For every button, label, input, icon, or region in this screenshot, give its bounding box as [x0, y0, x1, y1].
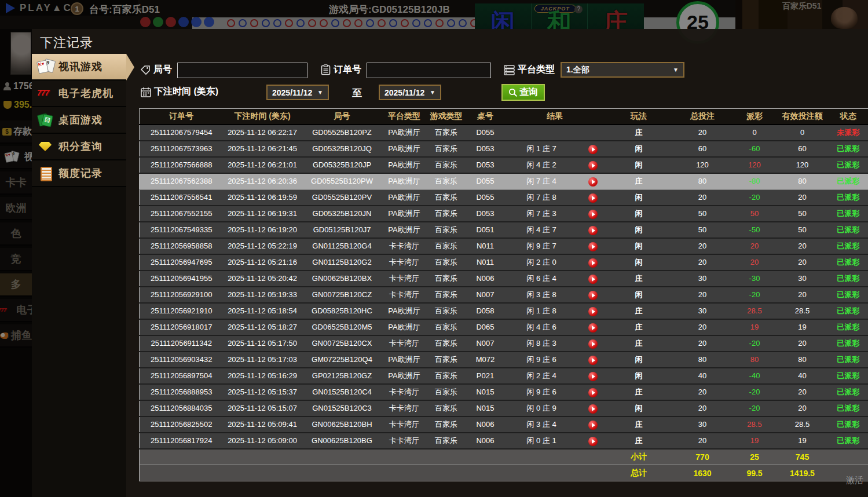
play-video-button[interactable] — [588, 388, 598, 397]
game-type-cell: 百家乐 — [426, 254, 467, 271]
play-video-button[interactable] — [588, 177, 598, 187]
play-video-button[interactable] — [588, 372, 598, 381]
table-no-cell: D055 — [467, 125, 504, 141]
status-cell: 已派彩 — [829, 238, 868, 254]
play-video-button[interactable] — [588, 210, 598, 219]
round-cell: GD05825B120HC — [302, 303, 383, 319]
round-cell: GD05325B120JQ — [302, 141, 383, 157]
table-no-cell: N006 — [467, 433, 504, 449]
play-video-button[interactable] — [588, 339, 598, 349]
table-row[interactable]: 2511120569419552025-11-12 05:20:42GN0062… — [140, 271, 868, 287]
table-row[interactable]: 2511120569113422025-11-12 05:17:50GN0072… — [140, 335, 868, 352]
order-filter-label: 订单号 — [321, 64, 361, 76]
play-video-button[interactable] — [588, 226, 598, 235]
table-row[interactable]: 2511120569180172025-11-12 05:18:27GD0652… — [140, 319, 868, 335]
menu-item-table-games[interactable]: 桌面游戏 — [32, 107, 126, 134]
platform-cell: 卡卡湾厅 — [383, 271, 426, 287]
date-to-select[interactable]: 2025/11/12 ▼ — [379, 85, 441, 100]
play-video-button[interactable] — [588, 437, 598, 446]
table-row[interactable]: 2511120675521552025-11-12 06:19:31GD0532… — [140, 206, 868, 222]
time-cell: 2025-11-12 05:17:50 — [224, 335, 302, 352]
table-row[interactable]: 2511120675623882025-11-12 06:20:36GD0552… — [140, 173, 868, 189]
table-row[interactable]: 2511120569291002025-11-12 05:19:33GN0072… — [140, 287, 868, 303]
payout-cell: 20 — [733, 254, 777, 271]
play-video-button[interactable] — [588, 161, 598, 170]
time-cell: 2025-11-12 06:20:36 — [224, 173, 302, 189]
column-header: 有效投注额 — [777, 109, 829, 125]
totals-status-spacer — [829, 449, 868, 465]
table-row[interactable]: 2511120675565412025-11-12 06:19:59GD0552… — [140, 189, 868, 206]
play-video-button[interactable] — [588, 193, 598, 203]
table-no-cell: N015 — [467, 384, 504, 400]
valid-bet-cell: 0 — [777, 125, 829, 141]
table-no-cell: D055 — [467, 173, 504, 189]
play-type-cell: 闲 — [606, 141, 672, 157]
play-video-button[interactable] — [588, 404, 598, 414]
round-cell: GP02125B120GZ — [302, 368, 383, 384]
play-type-cell: 庄 — [606, 335, 672, 352]
status-cell: 已派彩 — [829, 335, 868, 352]
table-row[interactable]: 2511120569219102025-11-12 05:18:54GD0582… — [140, 303, 868, 319]
time-cell: 2025-11-12 06:19:59 — [224, 189, 302, 206]
order-cell: 251112056903432 — [140, 352, 224, 368]
table-row[interactable]: 2511120675739632025-11-12 06:21:45GD0532… — [140, 141, 868, 157]
table-row[interactable]: 2511120569476952025-11-12 05:21:16GN0112… — [140, 254, 868, 271]
menu-item-video-games[interactable]: 视讯游戏 — [32, 54, 126, 81]
total-bet-cell: 20 — [672, 287, 733, 303]
table-row[interactable]: 2511120568840352025-11-12 05:15:07GN0152… — [140, 400, 868, 416]
round-cell: GN00725B120CX — [302, 335, 383, 352]
platform-cell: 卡卡湾厅 — [383, 254, 426, 271]
table-row[interactable]: 2511120568889532025-11-12 05:15:37GN0152… — [140, 384, 868, 400]
play-video-button[interactable] — [588, 323, 598, 332]
payout-cell: 19 — [733, 319, 777, 335]
platform-cell: PA欧洲厅 — [383, 303, 426, 319]
platform-filter-label: 平台类型 — [504, 64, 555, 76]
status-cell: 已派彩 — [829, 319, 868, 335]
play-type-cell: 庄 — [606, 271, 672, 287]
play-type-cell: 闲 — [606, 222, 672, 238]
play-video-button[interactable] — [588, 291, 598, 300]
table-row[interactable]: 2511120568179242025-11-12 05:09:00GN0062… — [140, 433, 868, 449]
order-number-input[interactable] — [367, 63, 491, 78]
payout-cell: 28.5 — [733, 416, 777, 433]
play-video-button[interactable] — [588, 145, 598, 154]
platform-cell: PA欧洲厅 — [383, 173, 426, 189]
table-row[interactable]: 2511120569588582025-11-12 05:22:19GN0112… — [140, 238, 868, 254]
platform-type-select[interactable]: 1.全部 ▼ — [561, 62, 684, 78]
play-video-button[interactable] — [588, 421, 598, 430]
menu-item-points-query[interactable]: 积分查询 — [32, 134, 126, 160]
table-row[interactable]: 2511120675668882025-11-12 06:21:01GD0532… — [140, 157, 868, 173]
table-row[interactable]: 2511120568975042025-11-12 05:16:29GP0212… — [140, 368, 868, 384]
game-type-cell: 百家乐 — [426, 384, 467, 400]
platform-cell: PA欧洲厅 — [383, 222, 426, 238]
date-from-select[interactable]: 2025/11/12 ▼ — [266, 85, 329, 100]
bet-time-filter-label: 下注时间 (美东) — [141, 86, 218, 98]
payout-cell: -80 — [733, 173, 777, 189]
payout-cell: -20 — [733, 335, 777, 352]
round-number-input[interactable] — [177, 63, 307, 78]
platform-cell: 卡卡湾厅 — [383, 384, 426, 400]
table-row[interactable]: 2511120569034322025-11-12 05:17:03GM0722… — [140, 352, 868, 368]
total-bet-cell: 20 — [672, 335, 733, 352]
menu-item-quota-records[interactable]: 额度记录 — [32, 160, 126, 187]
result-cell — [504, 125, 606, 141]
chevron-down-icon: ▼ — [430, 89, 435, 96]
table-row[interactable]: 2511120568255022025-11-12 05:09:41GN0062… — [140, 416, 868, 433]
query-button[interactable]: 查询 — [501, 84, 545, 101]
total-bet-cell: 40 — [672, 368, 733, 384]
play-video-button[interactable] — [588, 275, 598, 284]
play-video-button[interactable] — [588, 258, 598, 268]
result-text: 闲 4 庄 7 — [526, 225, 583, 235]
table-row[interactable]: 2511120675794542025-11-12 06:22:17GD0552… — [140, 125, 868, 141]
total-bet-cell: 20 — [672, 254, 733, 271]
play-video-button[interactable] — [588, 242, 598, 251]
play-video-button[interactable] — [588, 307, 598, 316]
valid-bet-cell: 20 — [777, 335, 829, 352]
time-cell: 2025-11-12 05:17:03 — [224, 352, 302, 368]
table-no-cell: N011 — [467, 238, 504, 254]
table-row[interactable]: 2511120675493352025-11-12 06:19:20GD0512… — [140, 222, 868, 238]
result-cell: 闲 0 庄 9 — [504, 400, 606, 416]
menu-item-slots[interactable]: 电子老虎机 — [32, 81, 126, 107]
result-cell: 闲 9 庄 6 — [504, 352, 606, 368]
play-video-button[interactable] — [588, 356, 598, 365]
